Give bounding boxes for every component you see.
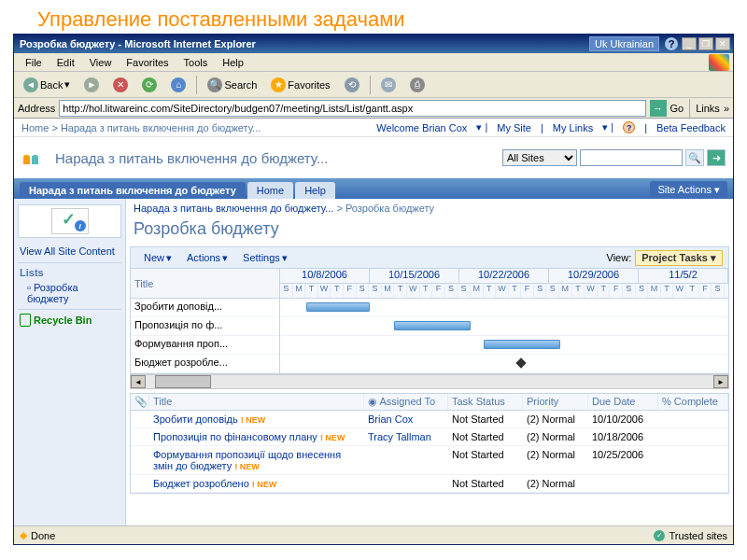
tab-help[interactable]: Help (295, 182, 335, 199)
beta-feedback-link[interactable]: Beta Feedback (656, 122, 726, 133)
milestone-icon[interactable] (515, 357, 526, 368)
forward-button[interactable]: ► (78, 75, 105, 95)
home-button[interactable]: ⌂ (165, 75, 191, 95)
gantt-bar[interactable] (394, 321, 471, 330)
new-menu[interactable]: New ▾ (136, 250, 179, 266)
status-cell: Not Started (448, 430, 523, 443)
go-button[interactable]: → (650, 100, 667, 117)
close-button[interactable]: ✕ (715, 37, 730, 50)
priority-cell: (2) Normal (523, 448, 588, 472)
gantt-task-name[interactable]: Бюджет розробле... (131, 355, 279, 373)
task-title-link[interactable]: Бюджет розроблено ! NEW (149, 477, 364, 490)
menu-tools[interactable]: Tools (176, 55, 216, 70)
help-icon[interactable]: ? (623, 121, 635, 133)
stop-button[interactable]: ✕ (107, 75, 134, 95)
task-title-link[interactable]: Пропозиція по фінансовому плану ! NEW (149, 430, 364, 443)
mysite-link[interactable]: My Site (497, 122, 531, 133)
favorites-button[interactable]: ★Favorites (265, 75, 335, 95)
gantt-bar[interactable] (484, 340, 560, 349)
address-input[interactable] (59, 100, 645, 117)
tab-home[interactable]: Home (247, 182, 293, 199)
table-row[interactable]: Пропозиція по фінансовому плану ! NEW Tr… (131, 428, 728, 446)
print-button[interactable]: ⎙ (404, 75, 430, 95)
due-cell: 10/18/2006 (588, 430, 658, 443)
sidebar-item-budget[interactable]: ▫ Розробка бюджету (18, 280, 121, 306)
col-priority[interactable]: Priority (523, 394, 588, 410)
recycle-icon (20, 314, 31, 327)
breadcrumb[interactable]: Home > Нарада з питань включення до бюдж… (21, 122, 376, 133)
assigned-cell[interactable] (364, 448, 448, 472)
assigned-cell[interactable]: Brian Cox (364, 413, 448, 426)
col-assigned[interactable]: ◉ Assigned To (364, 394, 448, 410)
toolbar: ◄Back ▾ ► ✕ ⟳ ⌂ 🔍Search ★Favorites ⟲ ✉ ⎙ (14, 72, 733, 98)
mail-icon: ✉ (381, 77, 396, 92)
links-chevron[interactable]: » (724, 103, 729, 114)
menu-view[interactable]: View (82, 55, 120, 70)
menu-help[interactable]: Help (215, 55, 251, 70)
history-icon: ⟲ (345, 77, 359, 92)
advanced-search-button[interactable]: ➜ (707, 149, 726, 166)
language-indicator[interactable]: Uk Ukrainian (589, 36, 659, 51)
scroll-thumb[interactable] (155, 375, 211, 388)
table-row[interactable]: Бюджет розроблено ! NEW Not Started (2) … (131, 475, 728, 493)
browser-window: Розробка бюджету - Microsoft Internet Ex… (13, 34, 734, 545)
priority-cell: (2) Normal (523, 477, 588, 490)
col-title[interactable]: Title (149, 394, 364, 410)
assigned-cell[interactable] (364, 477, 448, 490)
list-icon-box: i (18, 204, 121, 238)
global-nav: Home > Нарада з питань включення до бюдж… (14, 119, 733, 137)
search-scope-select[interactable]: All Sites (502, 149, 577, 166)
help-icon[interactable]: ? (665, 37, 678, 50)
links-label[interactable]: Links (696, 103, 720, 114)
priority-cell: (2) Normal (523, 430, 588, 443)
assigned-cell[interactable]: Tracy Tallman (364, 430, 448, 443)
forward-icon: ► (84, 77, 99, 92)
col-attachment[interactable]: 📎 (131, 394, 149, 410)
crumb-parent[interactable]: Нарада з питань включення до бюджету... (134, 203, 333, 214)
menu-file[interactable]: File (18, 55, 49, 70)
mail-button[interactable]: ✉ (375, 75, 402, 95)
left-sidebar: i View All Site Content Lists ▫ Розробка… (14, 199, 126, 525)
lists-section: Lists (18, 262, 121, 280)
menu-edit[interactable]: Edit (49, 55, 82, 70)
gantt-bar[interactable] (306, 302, 370, 312)
view-all-content-link[interactable]: View All Site Content (18, 243, 121, 259)
gantt-task-name[interactable]: Формування проп... (131, 336, 279, 355)
minimize-button[interactable]: _ (682, 37, 697, 50)
status-cell: Not Started (448, 413, 523, 426)
back-button[interactable]: ◄Back ▾ (18, 75, 76, 95)
welcome-user[interactable]: Welcome Brian Cox (376, 122, 467, 133)
main-area: Нарада з питань включення до бюджету... … (126, 199, 733, 525)
task-title-link[interactable]: Формування пропозиції щодо внесення змін… (149, 448, 364, 472)
scroll-left-button[interactable]: ◄ (131, 375, 146, 388)
recycle-bin-link[interactable]: Recycle Bin (18, 309, 121, 330)
site-actions-menu[interactable]: Site Actions ▾ (650, 181, 727, 199)
table-row[interactable]: Зробити доповідь ! NEW Brian Cox Not Sta… (131, 411, 728, 428)
col-due[interactable]: Due Date (588, 394, 658, 410)
gantt-task-name[interactable]: Пропозиція по ф... (131, 317, 279, 336)
col-status[interactable]: Task Status (448, 394, 523, 410)
view-selector[interactable]: Project Tasks ▾ (635, 250, 723, 266)
gantt-task-name[interactable]: Зробити доповід... (131, 299, 279, 317)
search-go-button[interactable]: 🔍 (685, 149, 704, 166)
print-icon: ⎙ (410, 77, 425, 92)
mylinks-link[interactable]: My Links (553, 122, 593, 133)
tab-main[interactable]: Нарада з питань включення до бюджету (20, 182, 246, 199)
refresh-button[interactable]: ⟳ (136, 75, 162, 95)
menu-favorites[interactable]: Favorites (119, 55, 176, 70)
due-cell: 10/25/2006 (588, 448, 658, 472)
restore-button[interactable]: ❐ (698, 37, 713, 50)
gantt-scrollbar[interactable]: ◄ ► (130, 374, 729, 389)
settings-menu[interactable]: Settings ▾ (235, 250, 295, 266)
table-row[interactable]: Формування пропозиції щодо внесення змін… (131, 446, 728, 475)
scroll-right-button[interactable]: ► (713, 375, 728, 388)
actions-menu[interactable]: Actions ▾ (179, 250, 235, 266)
date-header: 10/15/2006 (370, 269, 459, 283)
complete-cell (658, 448, 728, 472)
search-button[interactable]: 🔍Search (202, 75, 262, 95)
col-complete[interactable]: % Complete (658, 394, 728, 410)
task-title-link[interactable]: Зробити доповідь ! NEW (149, 413, 364, 426)
history-button[interactable]: ⟲ (339, 75, 365, 95)
address-label: Address (18, 103, 55, 114)
search-input[interactable] (580, 149, 683, 166)
